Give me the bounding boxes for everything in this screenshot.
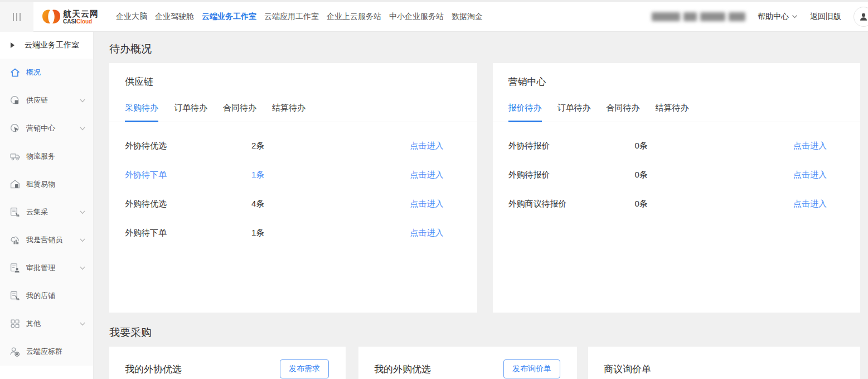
sidebar-item-logistics[interactable]: 物流服务 <box>0 142 93 170</box>
chevron-down-icon <box>80 99 85 103</box>
nav-item-data-gold[interactable]: 数据淘金 <box>451 12 483 22</box>
nav-item-cloud-business-studio[interactable]: 云端业务工作室 <box>201 12 257 22</box>
tab-order-todo[interactable]: 订单待办 <box>174 103 207 122</box>
nav-item-enterprise-cockpit[interactable]: 企业驾驶舱 <box>154 12 195 22</box>
enter-link[interactable]: 点击进入 <box>793 199 827 209</box>
main-content: 待办概况 供应链 采购待办 订单待办 合同待办 结算待办 外协待优选 2条 点击… <box>94 32 868 379</box>
chevron-down-icon <box>80 127 85 131</box>
bottom-card-title: 我的外协优选 <box>125 363 182 376</box>
logo-title: 航天云网 <box>63 9 99 18</box>
help-center-menu[interactable]: 帮助中心 <box>758 12 798 22</box>
sidebar-header-label: 云端业务工作室 <box>25 40 79 50</box>
nav-collapse-button[interactable] <box>0 2 33 32</box>
supply-chain-tabs: 采购待办 订单待办 合同待办 结算待办 <box>109 88 477 122</box>
casicloud-logo[interactable]: 航天云网 CASICloud <box>42 8 99 25</box>
publish-demand-button[interactable]: 发布需求 <box>280 359 329 378</box>
todo-count: 0条 <box>635 199 794 209</box>
marketing-center-todo-card: 营销中心 报价待办 订单待办 合同待办 结算待办 外协待报价 0条 点击进入 外… <box>493 63 861 313</box>
tab-contract-todo[interactable]: 合同待办 <box>607 103 640 122</box>
leasing-icon <box>10 179 20 189</box>
nav-item-sme-service-station[interactable]: 中小企业服务站 <box>389 12 444 22</box>
sidebar-header-toggle[interactable]: 云端业务工作室 <box>0 32 93 59</box>
todo-count: 4条 <box>251 199 410 209</box>
section-title-i-want-to-purchase: 我要采购 <box>109 325 860 340</box>
cloud-procurement-icon <box>10 207 20 217</box>
todo-row: 外协待优选 2条 点击进入 <box>109 131 477 160</box>
todo-row: 外购待下单 1条 点击进入 <box>109 218 477 247</box>
todo-row: 外购待报价 0条 点击进入 <box>493 160 861 189</box>
todo-count: 1条 <box>251 228 410 238</box>
tab-contract-todo[interactable]: 合同待办 <box>223 103 256 122</box>
user-name-redacted[interactable] <box>652 12 745 21</box>
enter-link[interactable]: 点击进入 <box>410 199 444 209</box>
enter-link[interactable]: 点击进入 <box>410 170 444 180</box>
tab-order-todo[interactable]: 订单待办 <box>557 103 591 122</box>
logistics-truck-icon <box>10 151 20 161</box>
tab-settlement-todo[interactable]: 结算待办 <box>656 103 689 122</box>
sidebar-item-other[interactable]: 其他 <box>0 310 93 338</box>
negotiation-inquiry-card: 商议询价单 <box>588 347 860 379</box>
grid-other-icon <box>10 319 20 329</box>
home-icon <box>10 68 20 78</box>
approval-icon <box>10 263 20 273</box>
todo-row: 外协待报价 0条 点击进入 <box>493 131 861 160</box>
card-title: 营销中心 <box>493 63 861 88</box>
triangle-right-icon <box>10 42 15 49</box>
supply-chain-todo-card: 供应链 采购待办 订单待办 合同待办 结算待办 外协待优选 2条 点击进入 外协… <box>109 63 477 313</box>
nav-item-enterprise-cloud-station[interactable]: 企业上云服务站 <box>326 12 382 22</box>
back-to-old-version-link[interactable]: 返回旧版 <box>810 12 841 22</box>
sidebar-item-leasing[interactable]: 租赁易物 <box>0 170 93 198</box>
user-avatar[interactable] <box>854 7 868 27</box>
nav-item-cloud-app-studio[interactable]: 云端应用工作室 <box>264 12 319 22</box>
sidebar-item-marketing-center[interactable]: 营销中心 <box>0 114 93 142</box>
enter-link[interactable]: 点击进入 <box>410 228 444 238</box>
marketer-icon <box>10 235 20 245</box>
todo-count: 0条 <box>635 170 794 180</box>
sidebar-item-cloud-procurement[interactable]: 云集采 <box>0 198 93 226</box>
todo-count: 2条 <box>251 141 410 151</box>
enter-link[interactable]: 点击进入 <box>793 141 827 151</box>
chevron-down-icon <box>80 238 85 242</box>
sidebar-item-supply-chain[interactable]: 供应链 <box>0 87 93 114</box>
chevron-down-icon <box>80 210 85 214</box>
shop-icon <box>10 291 20 301</box>
bottom-card-title: 商议询价单 <box>604 363 651 376</box>
sidebar-item-my-shop[interactable]: 我的店铺 <box>0 282 93 310</box>
todo-row: 外购商议待报价 0条 点击进入 <box>493 189 861 218</box>
logo-subtitle: CASICloud <box>63 19 99 25</box>
casicloud-logo-icon <box>42 8 61 25</box>
marketing-center-icon <box>10 123 20 133</box>
supply-chain-icon <box>10 95 20 105</box>
enter-link[interactable]: 点击进入 <box>410 141 444 151</box>
person-icon <box>859 12 868 22</box>
section-title-todo-overview: 待办概况 <box>109 42 860 56</box>
tab-quote-todo[interactable]: 报价待办 <box>508 103 542 122</box>
todo-count: 1条 <box>251 170 410 180</box>
chevron-down-icon <box>80 266 85 270</box>
tab-purchase-todo[interactable]: 采购待办 <box>125 103 158 122</box>
publish-inquiry-button[interactable]: 发布询价单 <box>503 359 560 378</box>
sidebar-item-approval[interactable]: 审批管理 <box>0 254 93 282</box>
todo-row: 外购待优选 4条 点击进入 <box>109 189 477 218</box>
sidebar-item-marketer[interactable]: 我是营销员 <box>0 226 93 254</box>
sidebar-item-overview[interactable]: 概况 <box>0 59 93 87</box>
chevron-down-icon <box>80 322 85 326</box>
todo-count: 0条 <box>635 141 794 151</box>
sidebar-item-bid-group[interactable]: 云端应标群 <box>0 338 93 366</box>
enter-link[interactable]: 点击进入 <box>793 170 827 180</box>
top-navigation: 企业大脑 企业驾驶舱 云端业务工作室 云端应用工作室 企业上云服务站 中小企业服… <box>115 12 483 22</box>
chevron-down-icon <box>792 15 798 19</box>
bottom-card-title: 我的外购优选 <box>374 363 431 376</box>
marketing-center-tabs: 报价待办 订单待办 合同待办 结算待办 <box>493 88 861 122</box>
card-title: 供应链 <box>109 63 477 88</box>
bid-group-icon <box>10 347 20 357</box>
todo-row: 外协待下单 1条 点击进入 <box>109 160 477 189</box>
my-outside-purchase-selection-card: 我的外购优选 发布询价单 <box>358 347 577 379</box>
nav-item-enterprise-brain[interactable]: 企业大脑 <box>115 12 148 22</box>
sidebar-menu: 概况 供应链 营销中心 物流服务 租赁易物 <box>0 59 93 366</box>
sidebar: 云端业务工作室 概况 供应链 营销中心 物流服务 <box>0 32 94 379</box>
topbar-right-area: 帮助中心 返回旧版 <box>652 7 868 27</box>
topbar: 航天云网 CASICloud 企业大脑 企业驾驶舱 云端业务工作室 云端应用工作… <box>0 2 868 32</box>
my-outsourcing-selection-card: 我的外协优选 发布需求 <box>109 347 346 379</box>
tab-settlement-todo[interactable]: 结算待办 <box>272 103 306 122</box>
